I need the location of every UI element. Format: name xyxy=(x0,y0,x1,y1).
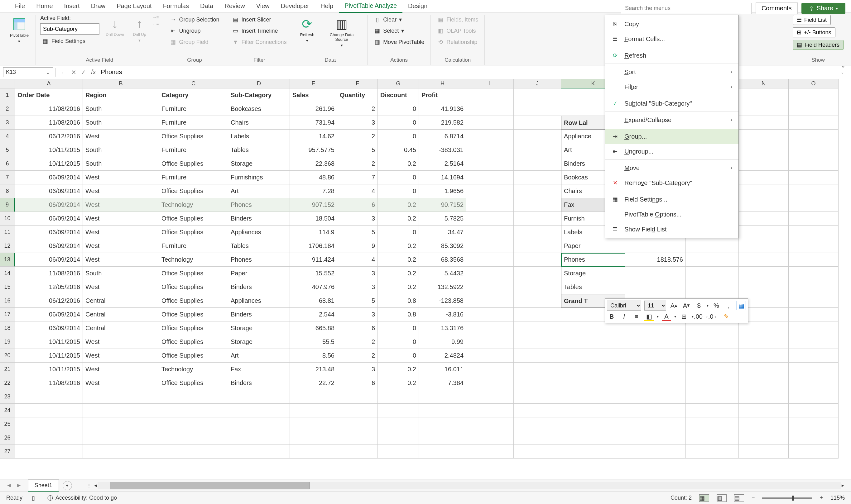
cell[interactable] xyxy=(686,363,739,376)
cell[interactable] xyxy=(739,226,789,239)
cell[interactable] xyxy=(789,363,838,376)
cell[interactable] xyxy=(514,376,561,390)
cell[interactable]: Region xyxy=(83,88,159,102)
cell[interactable]: 219.582 xyxy=(419,116,466,130)
cell[interactable] xyxy=(337,404,378,417)
cell[interactable] xyxy=(561,335,625,349)
cell[interactable] xyxy=(514,445,561,458)
cell[interactable] xyxy=(419,390,466,404)
cell[interactable] xyxy=(561,376,625,390)
cell[interactable]: Appliances xyxy=(228,294,290,308)
cell[interactable]: Office Supplies xyxy=(159,130,228,143)
col-header-N[interactable]: N xyxy=(739,79,789,88)
cell[interactable]: Office Supplies xyxy=(159,157,228,171)
cell[interactable] xyxy=(159,445,228,458)
cell[interactable] xyxy=(739,102,789,116)
cell[interactable] xyxy=(789,376,838,390)
row-header-16[interactable]: 16 xyxy=(0,294,15,308)
cell[interactable]: Office Supplies xyxy=(159,322,228,335)
cell[interactable] xyxy=(739,390,789,404)
cancel-icon[interactable]: ✕ xyxy=(71,69,76,76)
cell[interactable]: Phones xyxy=(228,198,290,212)
cell[interactable] xyxy=(514,390,561,404)
cell[interactable] xyxy=(789,184,838,198)
cell[interactable] xyxy=(378,404,419,417)
cell[interactable]: West xyxy=(83,184,159,198)
tab-view[interactable]: View xyxy=(250,0,275,12)
cell[interactable] xyxy=(466,390,514,404)
cell[interactable] xyxy=(789,280,838,294)
cell[interactable] xyxy=(514,130,561,143)
cell[interactable] xyxy=(789,102,838,116)
cell[interactable]: 0.2 xyxy=(378,376,419,390)
tab-formulas[interactable]: Formulas xyxy=(157,0,194,12)
cell[interactable] xyxy=(228,390,290,404)
cell[interactable]: 3 xyxy=(337,267,378,280)
cell[interactable]: Furniture xyxy=(159,171,228,184)
cell[interactable]: Technology xyxy=(159,198,228,212)
insert-slicer-button[interactable]: ▤Insert Slicer xyxy=(230,15,273,24)
cell[interactable] xyxy=(739,239,789,253)
cell[interactable]: Furniture xyxy=(159,116,228,130)
col-header-B[interactable]: B xyxy=(83,79,159,88)
cell[interactable]: Order Date xyxy=(15,88,83,102)
cell[interactable]: 0 xyxy=(378,335,419,349)
comments-button[interactable]: Comments xyxy=(756,2,798,14)
insert-timeline-button[interactable]: ▭Insert Timeline xyxy=(230,26,280,36)
cell[interactable]: Sales xyxy=(290,88,337,102)
cell[interactable]: West xyxy=(83,280,159,294)
ctx-remove[interactable]: ✕Remove "Sub-Category" xyxy=(605,175,739,190)
cell[interactable]: Quantity xyxy=(337,88,378,102)
increase-decimal-icon[interactable]: .00→ xyxy=(697,312,706,321)
cell[interactable] xyxy=(561,404,625,417)
cell[interactable]: Furniture xyxy=(159,239,228,253)
cell[interactable] xyxy=(83,404,159,417)
cell[interactable] xyxy=(739,322,789,335)
cell[interactable]: West xyxy=(83,335,159,349)
sheet-next-icon[interactable]: ► xyxy=(16,482,22,489)
cell[interactable]: 2.4824 xyxy=(419,349,466,363)
col-header-I[interactable]: I xyxy=(466,79,514,88)
cell[interactable]: Office Supplies xyxy=(159,280,228,294)
cell[interactable]: 8.56 xyxy=(290,349,337,363)
cell[interactable] xyxy=(337,417,378,431)
cell[interactable]: 0.2 xyxy=(378,157,419,171)
cell[interactable] xyxy=(378,431,419,445)
cell[interactable] xyxy=(739,404,789,417)
cell[interactable] xyxy=(466,445,514,458)
cell[interactable]: 2.544 xyxy=(290,308,337,322)
cell[interactable] xyxy=(789,445,838,458)
cell[interactable]: 18.504 xyxy=(290,212,337,226)
cell[interactable]: 0 xyxy=(378,171,419,184)
cell[interactable] xyxy=(625,431,686,445)
cell[interactable] xyxy=(514,404,561,417)
cell[interactable] xyxy=(466,322,514,335)
cell[interactable]: Paper xyxy=(228,267,290,280)
cell[interactable] xyxy=(686,349,739,363)
cell[interactable] xyxy=(466,226,514,239)
cell[interactable] xyxy=(739,116,789,130)
ungroup-button[interactable]: ⇤Ungroup xyxy=(168,26,202,36)
cell[interactable] xyxy=(561,322,625,335)
cell[interactable] xyxy=(789,417,838,431)
cell[interactable]: 0 xyxy=(378,349,419,363)
cell[interactable]: Storage xyxy=(228,322,290,335)
cell[interactable]: -3.816 xyxy=(419,308,466,322)
row-header-18[interactable]: 18 xyxy=(0,322,15,335)
merge-icon[interactable]: ▦ xyxy=(736,301,746,310)
cell[interactable]: West xyxy=(83,253,159,267)
cell[interactable] xyxy=(739,130,789,143)
cell[interactable] xyxy=(466,198,514,212)
cell[interactable]: 261.96 xyxy=(290,102,337,116)
cell[interactable]: 06/09/2014 xyxy=(15,239,83,253)
tab-design[interactable]: Design xyxy=(402,0,433,12)
cell[interactable] xyxy=(514,417,561,431)
cell[interactable] xyxy=(466,363,514,376)
cell[interactable]: -383.031 xyxy=(419,143,466,157)
cell[interactable]: Bookcases xyxy=(228,102,290,116)
cell[interactable] xyxy=(686,417,739,431)
cell[interactable] xyxy=(739,212,789,226)
cell[interactable]: 6 xyxy=(337,198,378,212)
name-box[interactable]: K13⌄ xyxy=(3,67,53,77)
ctx-filter[interactable]: Filter› xyxy=(605,79,739,94)
